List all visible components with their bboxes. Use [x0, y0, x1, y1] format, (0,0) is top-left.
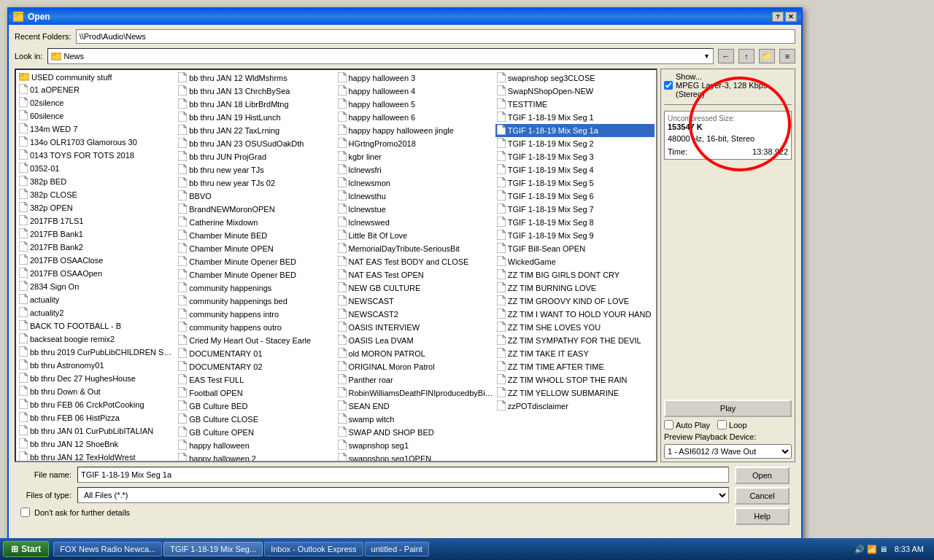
- file-item[interactable]: happy happy halloween jingle: [336, 124, 495, 137]
- file-item[interactable]: bb thru FEB 06 CrckPotCooking: [18, 398, 177, 411]
- file-item[interactable]: ZZ TIM YELLOW SUBMARINE: [495, 386, 655, 400]
- file-item[interactable]: swapnshop seg1: [336, 439, 495, 452]
- filename-input[interactable]: [77, 467, 729, 483]
- file-item[interactable]: bb thru Astronomy01: [18, 359, 177, 372]
- file-item[interactable]: 0352-01: [18, 162, 177, 175]
- file-item[interactable]: GB Culture CLOSE: [177, 413, 336, 426]
- file-item[interactable]: TGIF 1-18-19 Mix Seg 5: [495, 176, 655, 190]
- file-item[interactable]: NAT EAS Test OPEN: [336, 268, 495, 281]
- file-item[interactable]: bb thru JAN 22 TaxLrning: [177, 124, 336, 137]
- file-item[interactable]: DOCUMENTARY 01: [177, 347, 336, 360]
- file-item[interactable]: 382p BED: [18, 175, 177, 188]
- file-item[interactable]: community happenings: [177, 281, 336, 295]
- file-item[interactable]: HGrtngPromo2018: [336, 137, 495, 150]
- file-item[interactable]: bb thru new year TJs: [177, 163, 336, 176]
- loop-checkbox[interactable]: [717, 420, 727, 429]
- file-item[interactable]: Little Bit Of Love: [336, 229, 495, 242]
- file-item[interactable]: 382p OPEN: [18, 201, 177, 214]
- file-item[interactable]: BACK TO FOOTBALL - B: [18, 319, 177, 332]
- file-item[interactable]: bb thru JAN 12 WldMshrms: [177, 71, 336, 85]
- cancel-button[interactable]: Cancel: [735, 487, 790, 505]
- filetype-select[interactable]: All Files (*.*): [77, 487, 729, 503]
- file-item[interactable]: Chamber Minute OPEN: [177, 242, 336, 255]
- file-item[interactable]: 2834 Sign On: [18, 280, 177, 293]
- file-item[interactable]: bb thru Down & Out: [18, 385, 177, 398]
- file-item[interactable]: lclnewstue: [336, 203, 495, 216]
- file-item[interactable]: 2017FB OSAAClose: [18, 254, 177, 267]
- file-item[interactable]: WickedGame: [495, 255, 655, 268]
- file-list[interactable]: USED community stuff01 aOPENER02silence6…: [15, 69, 657, 462]
- open-button[interactable]: Open: [735, 467, 790, 484]
- file-item[interactable]: TGIF 1-18-19 Mix Seg 2: [495, 137, 655, 150]
- file-item[interactable]: 2017FB Bank1: [18, 228, 177, 241]
- file-item[interactable]: old MORON PATROL: [336, 347, 495, 360]
- file-item[interactable]: SEAN END: [336, 400, 495, 413]
- start-button[interactable]: ⊞ Start: [3, 541, 49, 557]
- file-item[interactable]: ZZ TIM SHE LOVES YOU: [495, 321, 655, 334]
- file-item[interactable]: 60silence: [18, 109, 177, 122]
- close-title-btn[interactable]: ✕: [785, 12, 797, 22]
- file-item[interactable]: GB Culture BED: [177, 400, 336, 413]
- nav-up-btn[interactable]: ↑: [738, 49, 754, 63]
- taskbar-item[interactable]: Inbox - Outlook Express: [264, 542, 363, 556]
- play-button[interactable]: Play: [664, 400, 792, 417]
- file-item[interactable]: bb thru new year TJs 02: [177, 176, 336, 190]
- file-item[interactable]: swapnshop seg3CLOSE: [495, 71, 655, 85]
- file-item[interactable]: lclnewsthu: [336, 190, 495, 203]
- preview-device-select[interactable]: 1 - ASI6012 /3 Wave Out: [664, 444, 792, 459]
- file-item[interactable]: TGIF 1-18-19 Mix Seg 9: [495, 229, 655, 242]
- look-in-combo[interactable]: News ▼: [47, 48, 714, 64]
- file-item[interactable]: swapnshop seg1OPEN: [336, 452, 495, 462]
- file-item[interactable]: bb thru JAN 13 ChrchBySea: [177, 85, 336, 98]
- recent-folders-input[interactable]: [76, 29, 795, 44]
- file-item[interactable]: EAS Test FULL: [177, 373, 336, 386]
- file-item[interactable]: ZZ TIM I WANT TO HOLD YOUR HAND: [495, 308, 655, 321]
- file-item[interactable]: TGIF 1-18-19 Mix Seg 7: [495, 203, 655, 216]
- file-item[interactable]: USED community stuff: [18, 71, 177, 83]
- file-item[interactable]: community happens outro: [177, 321, 336, 334]
- taskbar-item[interactable]: TGIF 1-18-19 Mix Seg...: [163, 542, 263, 556]
- file-item[interactable]: NAT EAS Test BODY and CLOSE: [336, 255, 495, 268]
- file-item[interactable]: Cried My Heart Out - Stacey Earle: [177, 334, 336, 347]
- view-options-btn[interactable]: ≡: [779, 49, 795, 63]
- file-item[interactable]: RobinWilliamsDeathFINIproducedbyBillBail…: [336, 386, 495, 400]
- file-item[interactable]: happy halloween: [177, 439, 336, 452]
- file-item[interactable]: SWAP AND SHOP BED: [336, 426, 495, 439]
- file-item[interactable]: zzPOTdisclaimer: [495, 400, 655, 413]
- file-item[interactable]: ZZ TIM BURNING LOVE: [495, 281, 655, 295]
- file-item[interactable]: 382p CLOSE: [18, 188, 177, 201]
- file-item[interactable]: ORIGINAL Moron Patrol: [336, 360, 495, 373]
- file-item[interactable]: lclnewsmon: [336, 176, 495, 190]
- file-item[interactable]: community happens intro: [177, 308, 336, 321]
- file-item[interactable]: 134m WED 7: [18, 122, 177, 136]
- auto-play-checkbox[interactable]: [664, 420, 674, 429]
- file-item[interactable]: TGIF 1-18-19 Mix Seg 8: [495, 216, 655, 229]
- file-item[interactable]: happy halloween 2: [177, 452, 336, 462]
- file-item[interactable]: lclnewswed: [336, 216, 495, 229]
- file-item[interactable]: 2017FB 17LS1: [18, 214, 177, 228]
- file-item[interactable]: bb thru JAN 23 OSUSudOakDth: [177, 137, 336, 150]
- file-item[interactable]: actuality: [18, 293, 177, 306]
- file-item[interactable]: NEWSCAST2: [336, 308, 495, 321]
- file-item[interactable]: bb thru JAN 19 HistLunch: [177, 111, 336, 124]
- file-item[interactable]: bb thru JAN 12 ShoeBnk: [18, 438, 177, 451]
- file-item[interactable]: 01 aOPENER: [18, 83, 177, 96]
- file-item[interactable]: DOCUMENTARY 02: [177, 360, 336, 373]
- file-item[interactable]: bb thru Dec 27 HughesHouse: [18, 372, 177, 385]
- file-item[interactable]: happy halloween 4: [336, 85, 495, 98]
- file-item[interactable]: lclnewsfri: [336, 163, 495, 176]
- file-item[interactable]: ZZ TIM TAKE IT EASY: [495, 347, 655, 360]
- file-item[interactable]: actuality2: [18, 306, 177, 319]
- file-item[interactable]: bb thru JUN ProjGrad: [177, 150, 336, 163]
- file-item[interactable]: NEWSCAST: [336, 295, 495, 308]
- file-item[interactable]: happy halloween 6: [336, 111, 495, 124]
- taskbar-item[interactable]: FOX News Radio Newca...: [53, 542, 162, 556]
- file-item[interactable]: kgbr liner: [336, 150, 495, 163]
- file-item[interactable]: 02silence: [18, 96, 177, 109]
- file-item[interactable]: backseat boogie remix2: [18, 332, 177, 346]
- file-item[interactable]: ZZ TIM TIME AFTER TIME: [495, 360, 655, 373]
- file-item[interactable]: swamp witch: [336, 413, 495, 426]
- file-item[interactable]: bb thru 2019 CurPubLibCHILDREN STORYTIME: [18, 346, 177, 359]
- file-item[interactable]: TGIF 1-18-19 Mix Seg 3: [495, 150, 655, 163]
- file-item[interactable]: 2017FB Bank2: [18, 241, 177, 254]
